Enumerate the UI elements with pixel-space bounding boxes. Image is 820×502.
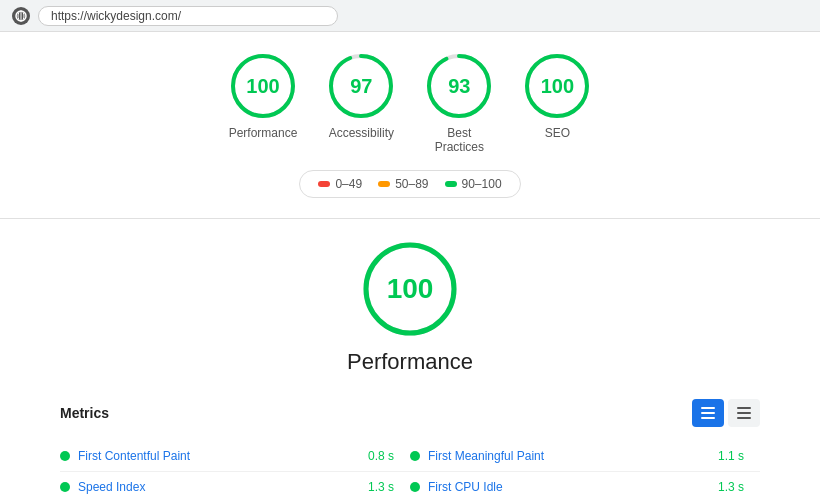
metrics-header: Metrics	[60, 399, 760, 427]
metric-value-fci: 1.3 s	[710, 480, 760, 494]
metric-name-fcp[interactable]: First Contentful Paint	[78, 449, 360, 463]
metrics-grid: First Contentful Paint 0.8 s First Meani…	[60, 441, 760, 502]
legend: 0–49 50–89 90–100	[299, 170, 520, 198]
metric-dot-fmp	[410, 451, 420, 461]
metric-name-fmp[interactable]: First Meaningful Paint	[428, 449, 710, 463]
metric-row-fci: First CPU Idle 1.3 s	[410, 472, 760, 502]
toggle-list-btn[interactable]	[692, 399, 724, 427]
svg-rect-13	[701, 407, 715, 409]
score-label-seo: SEO	[545, 126, 570, 140]
score-item-performance[interactable]: 100 Performance	[229, 52, 298, 140]
metric-name-si[interactable]: Speed Index	[78, 480, 360, 494]
metric-row-si: Speed Index 1.3 s	[60, 472, 410, 502]
score-value-best-practices: 93	[448, 75, 470, 98]
score-value-seo: 100	[541, 75, 574, 98]
big-score-section: 100 Performance	[40, 239, 780, 375]
metric-dot-fcp	[60, 451, 70, 461]
metric-value-fcp: 0.8 s	[360, 449, 410, 463]
score-value-accessibility: 97	[350, 75, 372, 98]
score-label-best-practices: Best Practices	[435, 126, 484, 154]
browser-bar: https://wickydesign.com/	[0, 0, 820, 32]
metrics-section: Metrics	[40, 399, 780, 502]
score-circle-performance: 100	[229, 52, 297, 120]
scores-row: 100 Performance 97 Accessibility	[40, 52, 780, 154]
main-content: 100 Performance 97 Accessibility	[0, 32, 820, 502]
svg-rect-15	[701, 417, 715, 419]
score-circle-best-practices: 93	[425, 52, 493, 120]
svg-rect-14	[701, 412, 715, 414]
metric-row-fmp: First Meaningful Paint 1.1 s	[410, 441, 760, 472]
metrics-title: Metrics	[60, 405, 109, 421]
score-item-seo[interactable]: 100 SEO	[523, 52, 591, 140]
url-bar[interactable]: https://wickydesign.com/	[38, 6, 338, 26]
legend-item-mid: 50–89	[378, 177, 428, 191]
legend-label-high: 90–100	[462, 177, 502, 191]
legend-dot-green	[445, 181, 457, 187]
metric-value-fmp: 1.1 s	[710, 449, 760, 463]
toggle-grid-btn[interactable]	[728, 399, 760, 427]
metric-row-fcp: First Contentful Paint 0.8 s	[60, 441, 410, 472]
score-item-best-practices[interactable]: 93 Best Practices	[425, 52, 493, 154]
legend-item-low: 0–49	[318, 177, 362, 191]
metric-dot-si	[60, 482, 70, 492]
hamburger-icon	[737, 407, 751, 419]
browser-logo	[12, 7, 30, 25]
legend-dot-red	[318, 181, 330, 187]
score-label-performance: Performance	[229, 126, 298, 140]
legend-label-mid: 50–89	[395, 177, 428, 191]
list-icon	[701, 406, 715, 420]
score-value-performance: 100	[246, 75, 279, 98]
legend-dot-orange	[378, 181, 390, 187]
legend-item-high: 90–100	[445, 177, 502, 191]
score-circle-accessibility: 97	[327, 52, 395, 120]
big-score-circle: 100	[360, 239, 460, 339]
score-label-accessibility: Accessibility	[329, 126, 394, 140]
legend-label-low: 0–49	[335, 177, 362, 191]
metric-name-fci[interactable]: First CPU Idle	[428, 480, 710, 494]
view-toggle	[692, 399, 760, 427]
metric-dot-fci	[410, 482, 420, 492]
metric-value-si: 1.3 s	[360, 480, 410, 494]
big-score-label: Performance	[347, 349, 473, 375]
score-circle-seo: 100	[523, 52, 591, 120]
section-divider	[0, 218, 820, 219]
big-score-value: 100	[387, 273, 434, 305]
score-item-accessibility[interactable]: 97 Accessibility	[327, 52, 395, 140]
